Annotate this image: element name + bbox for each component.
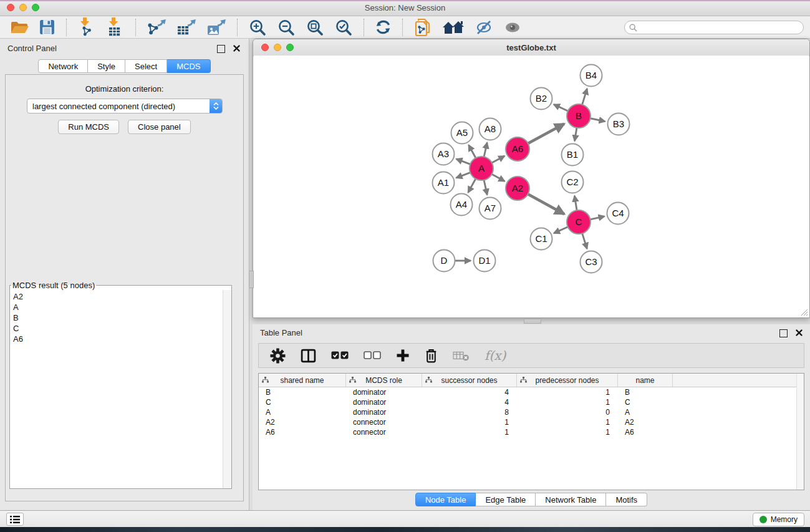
columns-icon[interactable] [301,348,316,364]
table-cell[interactable]: 1 [422,417,517,427]
delete-table-icon[interactable] [453,349,470,362]
graph-edge[interactable] [591,216,605,220]
zoom-selected-icon[interactable] [330,17,357,38]
tab-mcds[interactable]: MCDS [167,59,210,73]
zoom-out-icon[interactable] [273,17,299,38]
memory-button[interactable]: Memory [753,513,804,526]
table-row[interactable]: A2connector11A2 [259,417,804,427]
copy-network-icon[interactable] [410,17,436,38]
close-table-panel-icon[interactable] [796,329,803,336]
float-panel-icon[interactable] [217,45,225,53]
table-cell[interactable]: 4 [422,397,517,407]
import-network-icon[interactable] [74,17,100,38]
table-cell[interactable]: C [259,397,346,407]
delete-row-icon[interactable] [425,348,438,364]
function-builder-icon[interactable]: f(x) [485,349,506,362]
mcds-result-item[interactable]: C [10,323,223,334]
table-row[interactable]: Adominator80A [259,407,804,417]
tab-network-table[interactable]: Network Table [536,493,606,506]
network-window-titlebar[interactable]: testGlobe.txt [253,39,809,56]
task-history-button[interactable] [6,513,24,526]
search-input[interactable] [624,21,804,34]
graph-edge[interactable] [554,227,567,233]
graph-edge[interactable] [574,196,577,210]
table-cell[interactable]: A6 [259,427,346,437]
column-header-MCDS-role[interactable]: MCDS role [346,374,422,387]
result-scrollbar[interactable] [223,290,231,488]
table-cell[interactable]: dominator [346,407,422,417]
tab-network[interactable]: Network [38,59,88,73]
vertical-splitter-handle[interactable] [249,271,254,288]
tab-style[interactable]: Style [88,59,125,73]
graph-edge[interactable] [484,180,487,195]
zoom-in-icon[interactable] [244,17,271,38]
column-header-predecessor-nodes[interactable]: predecessor nodes [517,374,618,387]
close-panel-button[interactable]: Close panel [128,120,191,134]
graph-edge[interactable] [528,194,564,214]
refresh-icon[interactable] [371,17,395,38]
table-cell[interactable]: A [259,407,346,417]
graph-edge[interactable] [492,174,505,181]
import-table-icon[interactable] [102,17,128,38]
table-cell[interactable]: dominator [346,397,422,407]
table-cell[interactable]: 1 [517,427,618,437]
add-row-icon[interactable] [396,349,410,362]
table-cell[interactable]: 1 [517,417,618,427]
criterion-dropdown[interactable]: largest connected component (directed) [27,99,223,114]
table-cell[interactable]: connector [346,427,422,437]
run-mcds-button[interactable]: Run MCDS [58,120,119,134]
table-cell[interactable]: A [618,407,673,417]
tab-node-table[interactable]: Node Table [415,493,476,506]
table-cell[interactable]: C [618,397,673,407]
table-cell[interactable]: B [259,387,346,397]
graph-edge[interactable] [492,156,504,163]
mcds-result-item[interactable]: A2 [10,291,223,302]
close-panel-icon[interactable] [233,45,240,52]
network-graph[interactable]: B4B2BB3A5A8A6A3B1AA1C2A2A4A7C4CC1C3DD1 [254,56,809,317]
horizontal-splitter-handle[interactable] [524,319,541,324]
resize-grip-icon[interactable] [799,307,808,316]
table-cell[interactable]: A2 [259,417,346,427]
zoom-fit-icon[interactable] [302,17,328,38]
mcds-result-item[interactable]: B [10,312,223,323]
graph-edge[interactable] [554,104,568,111]
graph-edge[interactable] [582,233,587,249]
table-cell[interactable]: A2 [618,417,673,427]
graph-edge[interactable] [468,179,476,193]
column-header-name[interactable]: name [618,374,673,387]
graph-edge[interactable] [582,89,587,105]
deselect-all-icon[interactable] [364,351,381,360]
table-row[interactable]: A6connector11A6 [259,427,804,437]
graph-edge[interactable] [469,145,476,158]
table-cell[interactable]: 0 [517,407,618,417]
graph-edge[interactable] [456,173,471,178]
table-cell[interactable]: 8 [422,407,517,417]
table-row[interactable]: Bdominator41B [259,387,804,397]
table-cell[interactable]: A6 [618,427,673,437]
column-header-shared-name[interactable]: shared name [259,374,346,387]
mcds-result-item[interactable]: A6 [10,334,223,344]
table-cell[interactable]: 1 [422,427,517,437]
graph-edge[interactable] [456,159,471,164]
graph-edge[interactable] [591,118,605,122]
export-table-icon[interactable] [173,17,200,38]
table-cell[interactable]: dominator [346,387,422,397]
table-cell[interactable]: B [618,387,673,397]
table-row[interactable]: Cdominator41C [259,397,804,407]
mcds-result-item[interactable]: A [10,302,223,312]
export-image-icon[interactable] [203,17,230,38]
home-icon[interactable] [438,17,468,38]
table-scrollbar[interactable] [796,374,804,490]
network-canvas[interactable]: B4B2BB3A5A8A6A3B1AA1C2A2A4A7C4CC1C3DD1 [254,56,809,317]
hide-annotations-icon[interactable] [471,17,497,38]
table-cell[interactable]: connector [346,417,422,427]
table-cell[interactable]: 1 [517,397,618,407]
open-icon[interactable] [6,17,32,38]
table-cell[interactable]: 4 [422,387,517,397]
save-icon[interactable] [35,17,59,38]
select-all-icon[interactable] [331,351,349,360]
column-header-successor-nodes[interactable]: successor nodes [422,374,517,387]
settings-icon[interactable] [270,348,286,364]
graph-edge[interactable] [528,124,564,143]
float-table-panel-icon[interactable] [779,329,788,337]
